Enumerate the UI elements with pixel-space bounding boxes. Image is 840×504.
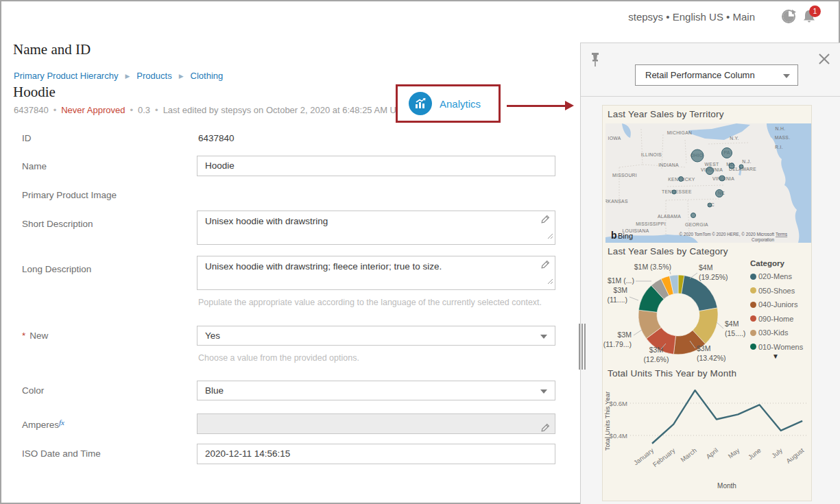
field-label: Long Description [22, 264, 91, 274]
donut-legend: Category 020-Mens050-Shoes040-Juniors090… [750, 259, 812, 357]
amperes-input-disabled [197, 413, 555, 434]
iso-date-input[interactable]: 2020-12-11 14:56:15 [197, 444, 555, 464]
svg-text:March: March [679, 446, 698, 464]
field-helper-text: Choose a value from the provided options… [198, 353, 359, 363]
user-context[interactable]: stepsys • English US • Main [628, 11, 755, 23]
name-input[interactable]: Hoodie [197, 156, 555, 176]
field-label: Short Description [22, 219, 93, 229]
chevron-down-icon [540, 389, 547, 394]
svg-text:INDIANA: INDIANA [658, 163, 679, 167]
svg-text:February: February [651, 446, 677, 468]
field-label: New [29, 331, 48, 341]
bing-logo: b Bing [611, 230, 633, 241]
svg-text:Month: Month [717, 482, 736, 490]
product-title: Hoodie [13, 84, 56, 101]
legend-item[interactable]: 020-Mens [750, 272, 812, 280]
svg-text:Corporation: Corporation [752, 237, 774, 243]
legend-color-dot [750, 330, 756, 336]
color-select[interactable]: Blue [197, 381, 555, 400]
long-description-textarea[interactable]: Unisex hoodie with drawstring; fleece in… [197, 256, 555, 290]
svg-text:$3M(13.42%): $3M(13.42%) [697, 344, 726, 362]
id-value: 6437840 [198, 133, 235, 143]
close-icon[interactable] [817, 51, 832, 67]
map-chart-title: Last Year Sales by Territory [608, 109, 724, 119]
last-edited-text: Last edited by stepsys on October 2, 202… [163, 105, 416, 115]
new-select[interactable]: Yes [197, 326, 555, 346]
pin-icon[interactable] [590, 52, 601, 71]
map-terms-link[interactable]: Terms [776, 232, 787, 237]
legend-scroll-down-icon[interactable]: ▼ [772, 352, 779, 360]
resize-handle-icon[interactable] [547, 230, 553, 243]
legend-item[interactable]: 010-Womens [750, 343, 812, 351]
svg-text:N.J.: N.J. [742, 159, 751, 164]
svg-text:b: b [611, 230, 617, 241]
svg-text:May: May [727, 446, 741, 460]
svg-text:$3M(11.79...): $3M(11.79...) [603, 331, 632, 348]
calculated-fx-marker: fx [59, 418, 64, 427]
legend-color-dot [750, 344, 756, 350]
field-label: ISO Date and Time [22, 448, 101, 459]
svg-text:MICHIGAN: MICHIGAN [667, 130, 692, 135]
analytics-button[interactable]: Analytics [396, 84, 501, 123]
svg-text:$1M (3.5%): $1M (3.5%) [634, 263, 671, 271]
chevron-down-icon [540, 335, 547, 339]
approval-status: Never Approved [61, 105, 125, 115]
dashboard-selector-dropdown[interactable]: Retail Performance Column [635, 64, 798, 86]
meta-id: 6437840 [14, 105, 49, 115]
svg-text:IOWA: IOWA [608, 136, 621, 141]
svg-text:N.Y.: N.Y. [730, 136, 739, 141]
svg-text:TENNESSEE: TENNESSEE [662, 189, 692, 194]
legend-item[interactable]: 040-Juniors [750, 300, 812, 309]
field-label: Color [22, 385, 44, 396]
svg-text:$4M(15....): $4M(15....) [725, 320, 745, 337]
breadcrumb-link-products[interactable]: Products [136, 71, 171, 81]
breadcrumb-separator-icon: ▶ [179, 73, 184, 80]
svg-text:© 2020 TomTom © 2020 HERE, © 2: © 2020 TomTom © 2020 HERE, © 2020 Micros… [680, 232, 775, 237]
territory-map-chart: IOWAMICHIGANILLINOISINDIANAMISSOURIKENTU… [605, 123, 811, 243]
legend-title: Category [750, 259, 812, 267]
legend-color-dot [750, 302, 756, 308]
svg-text:R.I.: R.I. [775, 145, 783, 149]
svg-text:$3M(11....): $3M(11....) [607, 286, 627, 304]
svg-text:$0.4M: $0.4M [610, 432, 627, 440]
field-label: Name [22, 161, 47, 171]
field-label: Amperes [22, 420, 59, 430]
resize-handle-icon[interactable] [547, 276, 553, 288]
recent-history-icon[interactable] [780, 8, 797, 27]
legend-item[interactable]: 090-Home [750, 315, 812, 323]
edit-pencil-icon[interactable] [541, 215, 550, 227]
notification-count-badge[interactable]: 1 [809, 5, 821, 17]
field-helper-text: Populate the appropriate value according… [198, 298, 542, 307]
legend-item[interactable]: 050-Shoes [750, 287, 812, 295]
svg-text:MISSOURI: MISSOURI [612, 173, 637, 178]
legend-color-dot [750, 287, 756, 293]
edit-pencil-icon[interactable] [541, 260, 550, 272]
legend-color-dot [750, 315, 756, 322]
product-meta: 6437840•Never Approved•0.3•Last edited b… [14, 105, 416, 115]
svg-text:GEORGIA: GEORGIA [685, 222, 708, 227]
page-title: Name and ID [13, 41, 91, 58]
breadcrumb-link-hierarchy[interactable]: Primary Product Hierarchy [14, 71, 118, 81]
line-chart-title: Total Units This Year by Month [608, 368, 736, 379]
dashboard-card: Last Year Sales by Territory IOWAMICHIGA… [602, 105, 812, 501]
field-label: Primary Product Image [22, 190, 117, 200]
legend-color-dot [750, 274, 756, 280]
analytics-panel: Retail Performance Column Last Year Sale… [580, 43, 840, 504]
breadcrumb: Primary Product Hierarchy▶Products▶Cloth… [14, 71, 223, 81]
revision-number: 0.3 [138, 105, 150, 115]
application-window: stepsys • English US • Main 1 Name and I… [0, 0, 840, 504]
svg-text:MASS.: MASS. [775, 135, 791, 140]
panel-resize-grip[interactable] [579, 324, 586, 370]
svg-text:WEST: WEST [705, 162, 719, 167]
breadcrumb-link-clothing[interactable]: Clothing [191, 71, 224, 81]
breadcrumb-separator-icon: ▶ [125, 73, 130, 80]
required-marker: * [22, 331, 25, 341]
short-description-textarea[interactable]: Unisex hoodie with drawstring [197, 211, 555, 245]
edit-pencil-icon[interactable] [541, 420, 550, 439]
chevron-down-icon [783, 74, 790, 78]
svg-text:$1M (...): $1M (...) [608, 276, 634, 285]
svg-text:Bing: Bing [618, 232, 633, 240]
svg-text:ILLINOIS: ILLINOIS [641, 152, 662, 157]
legend-item[interactable]: 030-Kids [750, 328, 812, 337]
svg-text:$0.6M: $0.6M [610, 400, 627, 407]
